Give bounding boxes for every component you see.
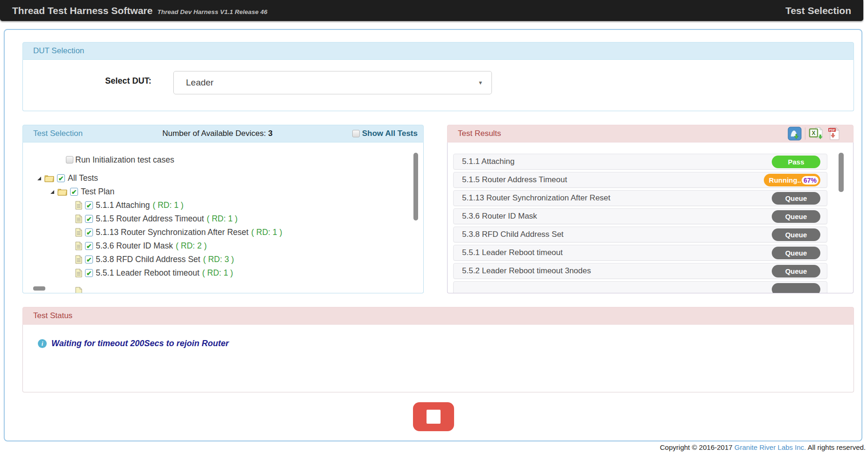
tree-test-item[interactable]: ✔ 5.1.1 Attaching ( RD: 1 ) <box>75 199 423 212</box>
result-row[interactable]: 5.3.8 RFD Child Address Set Queue <box>453 227 827 242</box>
test-checkbox[interactable]: ✔ <box>85 201 93 209</box>
result-row[interactable]: 5.1.1 Attaching Pass <box>453 154 827 170</box>
status-label: Queue <box>785 231 807 239</box>
test-checkbox[interactable]: ✔ <box>85 228 93 236</box>
test-name: 5.3.8 RFD Child Address Set <box>96 255 200 264</box>
pdf-report-export-icon[interactable]: PDF <box>827 127 841 141</box>
dut-panel-body: Select DUT: Leader ▼ <box>22 60 854 111</box>
tree-test-item[interactable]: ✔ 5.3.8 RFD Child Address Set ( RD: 3 ) <box>75 253 423 266</box>
test-rd-count: ( RD: 1 ) <box>153 200 184 210</box>
stop-button[interactable] <box>413 402 454 431</box>
document-icon <box>75 201 82 210</box>
tree-node-all-tests[interactable]: ✔ All Tests <box>37 171 423 185</box>
test-selection-panel: Test Selection Number of Available Devic… <box>22 125 424 293</box>
status-label: Queue <box>785 213 807 220</box>
result-row[interactable]: 5.5.2 Leader Reboot timeout 3nodes Queue <box>453 263 827 279</box>
status-badge: Pass <box>772 156 820 168</box>
status-badge <box>772 283 820 293</box>
result-test-name: 5.1.5 Router Address Timeout <box>454 175 567 185</box>
run-init-label: Run Initialization test cases <box>75 155 174 165</box>
status-message: Waiting for timeout 200Secs to rejoin Ro… <box>51 339 229 348</box>
status-label: Running.. <box>769 176 801 184</box>
excel-report-export-icon[interactable]: X <box>809 127 824 141</box>
horizontal-scrollbar-thumb[interactable] <box>33 286 45 291</box>
tree-test-item[interactable]: ✔ 5.3.6 Router ID Mask ( RD: 2 ) <box>75 239 423 253</box>
run-init-checkbox[interactable] <box>66 156 73 164</box>
status-label: Queue <box>785 194 807 202</box>
test-checkbox[interactable]: ✔ <box>85 215 93 223</box>
tree-node-test-plan[interactable]: ✔ Test Plan <box>50 185 423 199</box>
test-name: 5.5.1 Leader Reboot timeout <box>96 268 199 278</box>
test-checkbox[interactable]: ✔ <box>85 256 93 263</box>
results-list: 5.1.1 Attaching Pass 5.1.5 Router Addres… <box>448 142 853 293</box>
test-selection-header: Test Selection Number of Available Devic… <box>22 125 424 142</box>
result-test-name: 5.1.1 Attaching <box>454 157 514 166</box>
granite-river-labs-link[interactable]: Granite River Labs Inc. <box>734 443 806 451</box>
result-test-name: 5.3.6 Router ID Mask <box>454 212 537 221</box>
expand-collapse-icon[interactable] <box>50 190 55 194</box>
status-label: Queue <box>785 249 807 257</box>
dut-select-dropdown[interactable]: Leader ▼ <box>173 71 492 94</box>
toolbar-divider <box>805 128 805 140</box>
progress-percent: 67% <box>802 176 818 185</box>
show-all-tests-checkbox[interactable] <box>352 130 360 137</box>
result-test-name: 5.5.1 Leader Reboot timeout <box>454 248 562 257</box>
test-results-title: Test Results <box>458 129 501 138</box>
result-row[interactable]: 5.5.1 Leader Reboot timeout Queue <box>453 245 827 261</box>
app-title: Thread Test Harness Software <box>12 5 153 16</box>
result-test-name: 5.5.2 Leader Reboot timeout 3nodes <box>454 266 591 276</box>
test-checkbox[interactable]: ✔ <box>85 269 93 277</box>
result-row[interactable]: 5.1.13 Router Synchronization After Rese… <box>453 190 827 206</box>
test-status-title: Test Status <box>33 311 72 320</box>
tree-test-item[interactable]: ✔ 5.5.1 Leader Reboot timeout ( RD: 1 ) <box>75 266 423 280</box>
show-all-tests-toggle[interactable]: Show All Tests <box>352 129 418 138</box>
tree-test-item-partial <box>75 284 423 293</box>
status-badge: Queue <box>772 247 820 259</box>
footer-copyright: Copyright © 2016-2017 Granite River Labs… <box>660 443 866 451</box>
test-name: 5.1.13 Router Synchronization After Rese… <box>96 228 249 237</box>
test-selection-body: Run Initialization test cases ✔ All Test… <box>22 142 424 293</box>
vertical-scrollbar-thumb[interactable] <box>839 153 844 192</box>
document-icon <box>75 228 82 237</box>
stop-icon <box>427 410 441 424</box>
app-version: Thread Dev Harness V1.1 Release 46 <box>157 8 268 15</box>
folder-icon <box>57 188 67 196</box>
devices-count: 3 <box>268 129 272 138</box>
test-leaf-list: ✔ 5.1.1 Attaching ( RD: 1 ) <box>23 199 423 280</box>
vertical-scrollbar-thumb[interactable] <box>413 153 418 220</box>
document-icon <box>75 214 82 223</box>
copyright-suffix: All rights reserved. <box>806 443 866 451</box>
svg-text:X: X <box>811 130 815 136</box>
select-dut-label: Select DUT: <box>51 76 151 86</box>
result-row[interactable]: 5.3.6 Router ID Mask Queue <box>453 208 827 224</box>
run-init-row[interactable]: Run Initialization test cases <box>66 155 423 165</box>
svg-text:PDF: PDF <box>829 128 835 132</box>
tree-test-item[interactable]: ✔ 5.1.13 Router Synchronization After Re… <box>75 226 423 239</box>
devices-label-text: Number of Available Devices: <box>162 129 268 138</box>
expand-collapse-icon[interactable] <box>37 176 42 181</box>
info-icon: i <box>38 339 47 348</box>
test-checkbox[interactable]: ✔ <box>85 242 93 250</box>
test-plan-checkbox[interactable]: ✔ <box>70 188 78 196</box>
copyright-prefix: Copyright © 2016-2017 <box>660 443 735 451</box>
status-badge: Queue <box>772 265 820 277</box>
app-branding: Thread Test Harness Software Thread Dev … <box>12 5 267 16</box>
result-test-name: 5.1.13 Router Synchronization After Rese… <box>454 193 611 203</box>
status-badge: Queue <box>772 228 820 241</box>
test-name: 5.3.6 Router ID Mask <box>96 241 173 251</box>
result-test-name: 5.3.8 RFD Child Address Set <box>454 230 563 239</box>
test-results-panel: Test Results X <box>447 125 854 293</box>
show-all-tests-label: Show All Tests <box>362 129 418 138</box>
document-icon <box>75 269 82 277</box>
tree-test-item[interactable]: ✔ 5.1.5 Router Address Timeout ( RD: 1 ) <box>75 212 423 226</box>
wireshark-capture-export-icon[interactable] <box>788 127 802 141</box>
page-title: Test Selection <box>785 5 851 16</box>
test-results-body: 5.1.1 Attaching Pass 5.1.5 Router Addres… <box>447 142 854 293</box>
result-row[interactable]: 5.1.5 Router Address Timeout Running.. 6… <box>453 172 827 188</box>
result-row-partial <box>453 281 827 293</box>
all-tests-checkbox[interactable]: ✔ <box>57 174 65 182</box>
all-tests-label: All Tests <box>68 173 98 183</box>
test-rd-count: ( RD: 1 ) <box>207 214 238 224</box>
dut-selected-value: Leader <box>186 78 213 88</box>
test-rd-count: ( RD: 1 ) <box>202 268 233 278</box>
